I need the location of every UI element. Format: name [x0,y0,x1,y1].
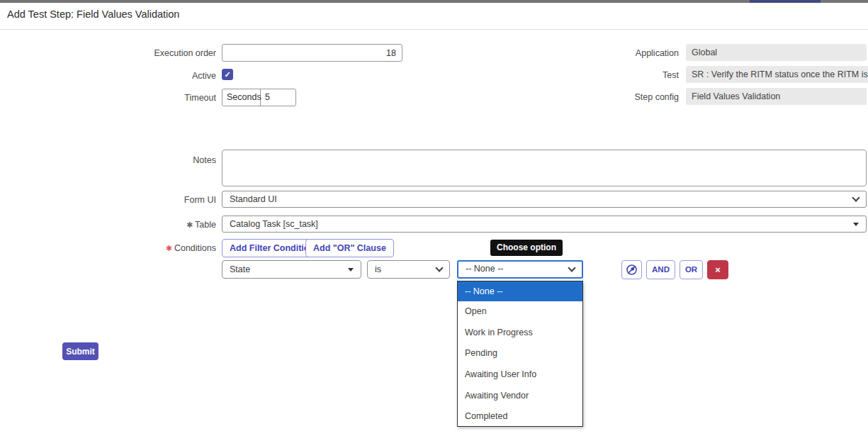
notes-label: Notes [74,155,216,165]
dropdown-option-awaiting-vendor[interactable]: Awaiting Vendor [458,386,582,407]
conditions-label: ✱Conditions [74,243,216,253]
table-label: ✱Table [74,220,216,230]
table-selected-value: Catalog Task [sc_task] [230,219,318,229]
condition-field-select[interactable]: State [222,260,361,279]
chevron-down-icon [852,194,859,201]
toggle-condition-button[interactable] [621,260,642,279]
active-label: Active [74,71,216,81]
condition-operator-select[interactable]: is [367,260,450,279]
add-or-clause-button[interactable]: Add "OR" Clause [305,239,394,257]
submit-button[interactable]: Submit [62,342,98,360]
form-ui-selected-value: Standard UI [230,194,277,204]
condition-choice-value: -- None -- [466,264,503,274]
condition-field-value: State [230,264,250,274]
triangle-down-icon [348,268,354,272]
execution-order-input[interactable] [222,44,402,62]
dialog-header: Add Test Step: Field Values Validation [0,3,868,30]
timeout-label: Timeout [74,93,216,103]
dropdown-option-open[interactable]: Open [458,301,582,323]
choice-dropdown-list: -- None -- Open Work in Progress Pending… [457,281,583,427]
table-select[interactable]: Catalog Task [sc_task] [222,216,867,233]
application-field: Global [686,44,867,61]
delete-condition-button[interactable]: × [707,260,728,279]
choose-option-tooltip: Choose option [490,240,563,256]
condition-choice-select[interactable]: -- None -- [457,260,583,279]
form-ui-select[interactable]: Standard UI [222,191,867,208]
condition-operator-value: is [375,264,381,274]
test-field: SR : Verify the RITM status once the RIT… [686,66,868,83]
dropdown-option-none[interactable]: -- None -- [458,281,582,301]
dropdown-option-pending[interactable]: Pending [458,343,582,364]
timeout-field[interactable]: Seconds 5 [222,89,296,106]
dropdown-option-completed[interactable]: Completed [458,406,582,427]
execution-order-label: Execution order [74,48,216,58]
eye-slash-icon [626,264,638,276]
timeout-value[interactable]: 5 [261,89,295,106]
dropdown-option-work-in-progress[interactable]: Work in Progress [458,323,582,344]
form-ui-label: Form UI [74,195,216,205]
timeout-unit[interactable]: Seconds [222,89,261,106]
dropdown-option-awaiting-user-info[interactable]: Awaiting User Info [458,364,582,386]
required-marker-icon: ✱ [186,220,193,229]
or-button[interactable]: OR [680,260,703,279]
application-label: Application [537,48,679,58]
and-button[interactable]: AND [646,260,675,279]
chevron-down-icon [568,264,575,272]
chevron-down-icon [435,264,443,272]
notes-textarea[interactable] [222,150,867,186]
test-label: Test [537,70,679,80]
page-title: Add Test Step: Field Values Validation [7,9,179,20]
add-test-step-dialog: Add Test Step: Field Values Validation E… [0,0,868,436]
required-marker-icon: ✱ [166,244,172,252]
step-config-field: Field Values Validation [686,88,867,105]
triangle-down-icon [853,223,859,226]
active-checkbox[interactable]: ✓ [222,69,233,80]
step-config-label: Step config [537,92,679,102]
